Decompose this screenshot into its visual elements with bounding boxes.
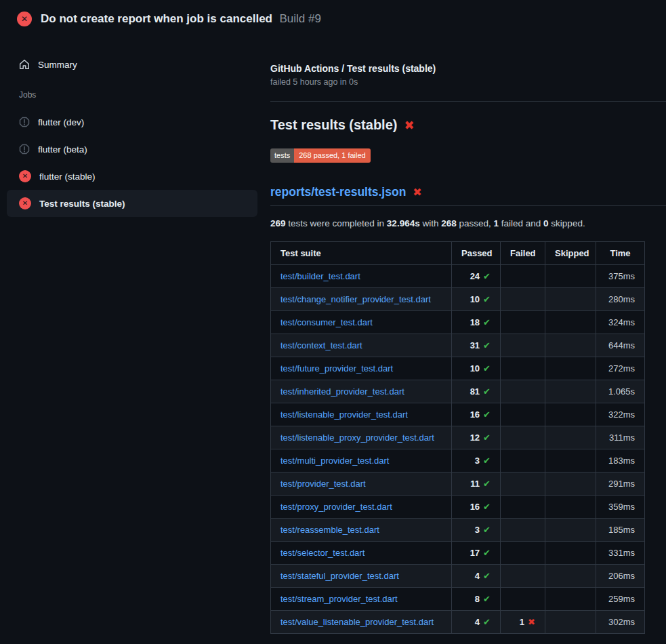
test-suite-link[interactable]: test/context_test.dart (280, 340, 362, 350)
cell-skipped (545, 334, 596, 357)
check-icon: ✔ (483, 317, 491, 327)
passed-count: 12 (470, 432, 480, 443)
cell-passed: 31✔ (452, 334, 501, 357)
cell-passed: 4✔ (452, 565, 501, 588)
alert-octagon-icon (19, 144, 30, 155)
sidebar-jobs: flutter (dev) flutter (beta) ✕ flutter (… (7, 108, 257, 217)
cell-passed: 81✔ (452, 380, 501, 403)
cell-skipped (545, 588, 596, 611)
sidebar-item-job-0[interactable]: flutter (dev) (7, 108, 257, 136)
cell-skipped (545, 472, 596, 496)
sidebar-item-job-1[interactable]: flutter (beta) (7, 136, 257, 163)
cell-failed (501, 380, 545, 403)
cell-failed (501, 496, 545, 519)
cell-time: 183ms (596, 449, 645, 472)
test-suite-link[interactable]: test/reassemble_test.dart (280, 525, 379, 535)
cell-skipped (545, 403, 596, 426)
passed-count: 10 (470, 294, 480, 304)
cell-failed (501, 519, 545, 542)
test-suite-link[interactable]: test/provider_test.dart (280, 479, 366, 489)
check-icon: ✔ (483, 617, 491, 627)
cell-failed (501, 542, 545, 565)
cell-time: 259ms (596, 588, 645, 611)
test-suite-link[interactable]: test/builder_test.dart (280, 271, 360, 281)
cell-passed: 3✔ (452, 449, 501, 472)
test-suite-link[interactable]: test/inherited_provider_test.dart (280, 386, 404, 397)
build-header: ✕ Do not create report when job is cance… (0, 0, 666, 39)
status-line: failed 5 hours ago in 0s (270, 77, 666, 87)
check-icon: ✔ (483, 432, 491, 443)
test-suite-link[interactable]: test/multi_provider_test.dart (280, 456, 389, 466)
test-suite-link[interactable]: test/proxy_provider_test.dart (280, 502, 392, 512)
cell-time: 375ms (596, 265, 645, 288)
cell-time: 206ms (596, 565, 645, 588)
check-icon: ✔ (483, 386, 491, 397)
table-row: test/builder_test.dart24✔375ms (271, 265, 645, 288)
summary-failed: 1 (494, 218, 499, 228)
cell-failed (501, 288, 545, 311)
report-title-link[interactable]: reports/test-results.json ✖ (270, 185, 666, 199)
test-suite-link[interactable]: test/stateful_provider_test.dart (280, 571, 399, 581)
cell-test-suite: test/inherited_provider_test.dart (271, 380, 452, 403)
table-header-row: Test suite Passed Failed Skipped Time (271, 242, 645, 265)
check-icon: ✔ (483, 294, 491, 304)
check-icon: ✔ (483, 502, 491, 512)
cell-failed (501, 334, 545, 357)
column-header-test-suite: Test suite (271, 242, 452, 265)
passed-count: 4 (475, 571, 480, 581)
jobs-heading: Jobs (19, 90, 257, 100)
breadcrumb: GitHub Actions / Test results (stable) (270, 63, 666, 74)
home-icon (19, 59, 30, 70)
cell-failed (501, 588, 545, 611)
cell-test-suite: test/future_provider_test.dart (271, 357, 452, 380)
build-failed-icon: ✕ (17, 12, 32, 26)
check-icon: ✔ (483, 571, 491, 581)
cell-test-suite: test/consumer_test.dart (271, 311, 452, 334)
divider (270, 205, 666, 206)
passed-count: 3 (475, 456, 480, 466)
test-suite-link[interactable]: test/future_provider_test.dart (280, 363, 393, 374)
cell-failed (501, 472, 545, 496)
check-icon: ✔ (483, 363, 491, 374)
sidebar-item-job-2[interactable]: ✕ flutter (stable) (7, 163, 257, 190)
summary-total: 269 (270, 218, 286, 228)
sidebar-item-summary[interactable]: Summary (7, 51, 257, 78)
test-suite-link[interactable]: test/value_listenable_provider_test.dart (280, 617, 434, 627)
test-suite-link[interactable]: test/change_notifier_provider_test.dart (280, 294, 431, 304)
job-label: flutter (dev) (38, 117, 84, 127)
x-circle-icon: ✕ (19, 197, 31, 209)
cell-test-suite: test/value_listenable_provider_test.dart (271, 611, 452, 634)
check-icon: ✔ (483, 271, 491, 281)
cell-time: 291ms (596, 472, 645, 496)
test-suite-link[interactable]: test/consumer_test.dart (280, 317, 373, 327)
test-suite-link[interactable]: test/stream_provider_test.dart (280, 594, 398, 604)
passed-count: 18 (470, 317, 480, 327)
sidebar: Summary Jobs flutter (dev) flutter (beta… (0, 39, 264, 217)
cell-time: 331ms (596, 542, 645, 565)
sidebar-item-job-3[interactable]: ✕ Test results (stable) (7, 190, 257, 217)
divider (270, 101, 666, 102)
passed-count: 4 (475, 617, 480, 627)
cell-test-suite: test/context_test.dart (271, 334, 452, 357)
passed-count: 17 (470, 548, 480, 558)
cell-test-suite: test/selector_test.dart (271, 542, 452, 565)
cell-skipped (545, 519, 596, 542)
cell-test-suite: test/listenable_proxy_provider_test.dart (271, 426, 452, 449)
cell-skipped (545, 265, 596, 288)
cell-skipped (545, 565, 596, 588)
test-suite-link[interactable]: test/listenable_provider_test.dart (280, 409, 408, 420)
cell-time: 302ms (596, 611, 645, 634)
cell-failed (501, 265, 545, 288)
cell-passed: 12✔ (452, 426, 501, 449)
failed-x-icon: ✖ (404, 119, 414, 132)
section-title: Test results (stable) ✖ (270, 117, 666, 133)
test-suite-link[interactable]: test/selector_test.dart (280, 548, 365, 558)
cell-test-suite: test/reassemble_test.dart (271, 519, 452, 542)
passed-count: 31 (470, 340, 480, 350)
build-number: Build #9 (279, 12, 320, 25)
cell-time: 324ms (596, 311, 645, 334)
cell-test-suite: test/stateful_provider_test.dart (271, 565, 452, 588)
job-label: flutter (beta) (38, 144, 87, 155)
column-header-passed: Passed (452, 242, 501, 265)
test-suite-link[interactable]: test/listenable_proxy_provider_test.dart (280, 432, 434, 443)
